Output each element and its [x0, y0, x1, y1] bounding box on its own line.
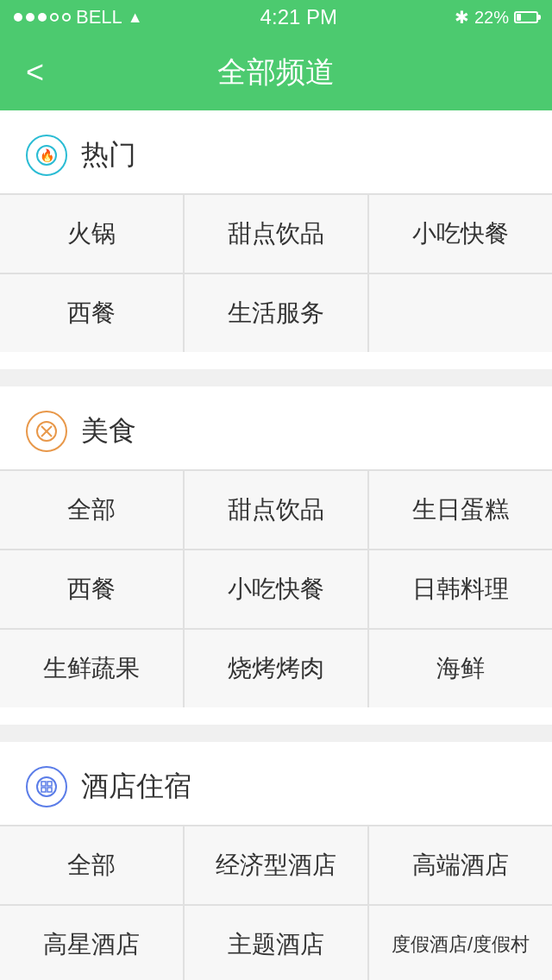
battery-label: 22% — [474, 8, 509, 28]
grid-item[interactable]: 高端酒店 — [369, 826, 552, 904]
grid-item[interactable]: 经济型酒店 — [185, 826, 367, 904]
hot-grid: 火锅 甜点饮品 小吃快餐 西餐 生活服务 — [0, 193, 552, 352]
svg-rect-6 — [41, 782, 46, 786]
status-left: BELL ▲ — [14, 6, 143, 28]
grid-item[interactable]: 度假酒店/度假村 — [369, 906, 552, 980]
section-food-header: 美食 — [0, 386, 552, 469]
grid-item[interactable]: 生活服务 — [185, 274, 367, 352]
bluetooth-icon: ✱ — [455, 7, 469, 28]
signal-dots — [14, 13, 71, 22]
section-hot: 🔥 热门 火锅 甜点饮品 小吃快餐 西餐 生活服务 — [0, 110, 552, 369]
grid-item[interactable]: 小吃快餐 — [185, 550, 367, 628]
content-area: 🔥 热门 火锅 甜点饮品 小吃快餐 西餐 生活服务 美食 — [0, 110, 552, 980]
page-header: < 全部频道 — [0, 35, 552, 110]
grid-item[interactable]: 生日蛋糕 — [369, 471, 552, 549]
svg-rect-7 — [47, 782, 52, 786]
grid-item[interactable]: 甜点饮品 — [185, 195, 367, 273]
section-hotel-header: 酒店住宿 — [0, 742, 552, 825]
section-hot-title: 热门 — [81, 136, 136, 174]
grid-item[interactable]: 小吃快餐 — [369, 195, 552, 273]
grid-item[interactable]: 生鲜蔬果 — [0, 630, 183, 707]
grid-item[interactable]: 高星酒店 — [0, 906, 183, 980]
grid-item[interactable]: 全部 — [0, 471, 183, 549]
food-icon — [26, 411, 67, 452]
grid-item[interactable]: 烧烤烤肉 — [185, 630, 367, 707]
section-food: 美食 全部 甜点饮品 生日蛋糕 西餐 小吃快餐 日韩料理 生鲜蔬果 烧烤烤肉 海… — [0, 386, 552, 725]
hotel-grid: 全部 经济型酒店 高端酒店 高星酒店 主题酒店 度假酒店/度假村 客栈 青年旅社 — [0, 825, 552, 980]
food-grid: 全部 甜点饮品 生日蛋糕 西餐 小吃快餐 日韩料理 生鲜蔬果 烧烤烤肉 海鲜 — [0, 469, 552, 707]
status-bar: BELL ▲ 4:21 PM ✱ 22% — [0, 0, 552, 35]
section-hotel: 酒店住宿 全部 经济型酒店 高端酒店 高星酒店 主题酒店 度假酒店/度假村 客栈… — [0, 742, 552, 980]
grid-item[interactable]: 海鲜 — [369, 630, 552, 707]
battery-icon — [514, 11, 538, 23]
grid-item[interactable]: 全部 — [0, 826, 183, 904]
carrier-label: BELL — [76, 6, 122, 28]
grid-item[interactable]: 西餐 — [0, 274, 183, 352]
svg-text:🔥: 🔥 — [40, 148, 55, 163]
grid-item[interactable]: 西餐 — [0, 550, 183, 628]
grid-item[interactable]: 火锅 — [0, 195, 183, 273]
section-food-title: 美食 — [81, 412, 136, 450]
section-hotel-title: 酒店住宿 — [81, 768, 191, 806]
grid-item[interactable]: 甜点饮品 — [185, 471, 367, 549]
status-time: 4:21 PM — [260, 5, 337, 29]
hot-icon: 🔥 — [26, 135, 67, 176]
hotel-icon — [26, 766, 67, 807]
section-hot-header: 🔥 热门 — [0, 110, 552, 193]
svg-point-5 — [37, 777, 56, 796]
status-right: ✱ 22% — [455, 7, 538, 28]
grid-item[interactable]: 主题酒店 — [185, 906, 367, 980]
grid-item[interactable]: 日韩料理 — [369, 550, 552, 628]
svg-rect-8 — [41, 788, 46, 792]
grid-item-empty — [369, 274, 552, 352]
back-button[interactable]: < — [17, 46, 53, 99]
wifi-icon: ▲ — [128, 9, 143, 27]
svg-rect-9 — [47, 788, 52, 792]
page-title: 全部频道 — [217, 53, 335, 92]
